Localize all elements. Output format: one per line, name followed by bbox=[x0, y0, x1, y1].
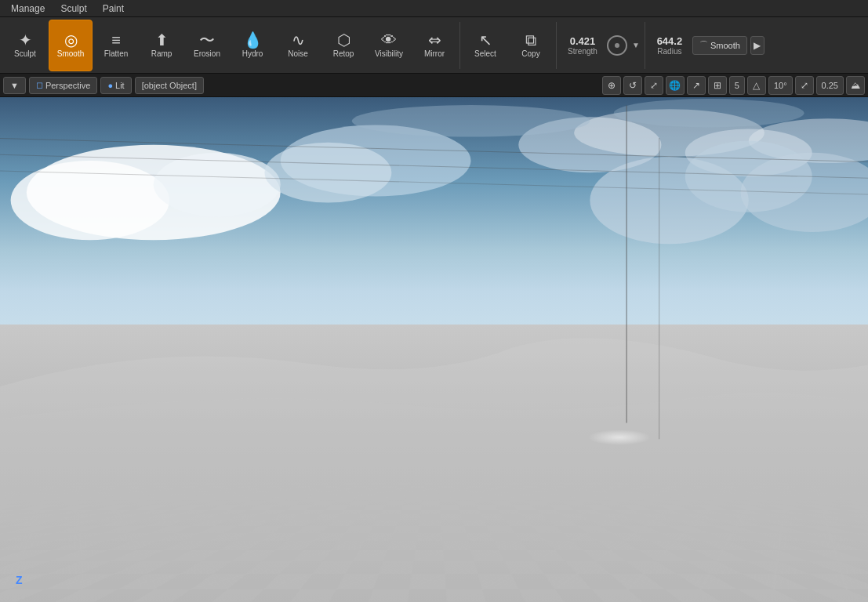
hydro-label: Hydro bbox=[242, 49, 263, 58]
tool-select[interactable]: ↖ Select bbox=[463, 20, 507, 71]
more-options-button[interactable]: ▶ bbox=[750, 36, 764, 55]
tool-mirror[interactable]: ⇔ Mirror bbox=[412, 20, 456, 71]
circle-brush-icon bbox=[605, 34, 629, 57]
circle-brush-group[interactable] bbox=[605, 34, 629, 57]
more-options-icon: ▶ bbox=[754, 40, 761, 51]
smooth-right-button[interactable]: ⌒ Smooth bbox=[692, 36, 747, 55]
viewport-dropdown-button[interactable]: ▼ bbox=[3, 77, 26, 94]
visibility-icon: 👁 bbox=[381, 32, 397, 48]
retop-label: Retop bbox=[333, 49, 354, 58]
tool-visibility[interactable]: 👁 Visibility bbox=[367, 20, 411, 71]
visibility-label: Visibility bbox=[375, 49, 403, 58]
tool-hydro[interactable]: 💧 Hydro bbox=[231, 20, 274, 71]
svg-point-6 bbox=[264, 143, 391, 203]
viewport-right-controls: ⊕ ↺ ⤢ 🌐 ↗ ⊞ 5 △ 10° bbox=[602, 76, 865, 95]
radius-label: Radius bbox=[657, 47, 681, 56]
brush-dropdown-arrow[interactable]: ▼ bbox=[632, 41, 640, 49]
tool-flatten[interactable]: ≡ Flatten bbox=[94, 20, 138, 71]
svg-point-4 bbox=[154, 153, 281, 216]
viewport-fit-button[interactable]: ⤢ bbox=[645, 76, 663, 95]
lit-icon: ● bbox=[107, 81, 113, 90]
mirror-label: Mirror bbox=[424, 49, 445, 58]
ramp-icon: ⬆ bbox=[155, 32, 169, 48]
viewport-move-button[interactable]: ⊕ bbox=[602, 76, 621, 95]
svg-point-3 bbox=[11, 161, 169, 240]
sculpt-label: Sculpt bbox=[14, 49, 36, 58]
ramp-label: Ramp bbox=[151, 49, 173, 58]
toolbar-separator-3 bbox=[645, 22, 645, 69]
tool-sculpt[interactable]: ✦ Sculpt bbox=[3, 20, 47, 71]
noise-icon: ∿ bbox=[292, 32, 305, 48]
perspective-button[interactable]: ◻ Perspective bbox=[29, 77, 97, 94]
viewport-grid-button[interactable]: ⊞ bbox=[708, 76, 727, 95]
smooth-right-label: Smooth bbox=[710, 41, 740, 50]
dune-svg bbox=[0, 325, 868, 602]
show-button[interactable]: [object Object] bbox=[135, 77, 204, 94]
toolbar-right-controls: 0.421 Strength ▼ 644.2 Radius ⌒ Smooth ▶ bbox=[563, 22, 865, 69]
copy-icon: ⧉ bbox=[525, 32, 536, 48]
flatten-icon: ≡ bbox=[111, 32, 121, 48]
tool-erosion[interactable]: 〜 Erosion bbox=[185, 20, 229, 71]
radius-control[interactable]: 644.2 Radius bbox=[650, 35, 689, 56]
z-axis-label: Z bbox=[16, 574, 23, 586]
z-axis-indicator: Z bbox=[16, 574, 23, 586]
tool-noise[interactable]: ∿ Noise bbox=[276, 20, 320, 71]
expand-button[interactable]: ⤢ bbox=[795, 76, 814, 95]
sculpt-icon: ✦ bbox=[19, 32, 32, 48]
triangle-icon: △ bbox=[753, 80, 760, 91]
viewport-rotate-button[interactable]: ↺ bbox=[623, 76, 642, 95]
noise-label: Noise bbox=[288, 49, 308, 58]
erosion-label: Erosion bbox=[194, 49, 220, 58]
viewport-globe-button[interactable]: 🌐 bbox=[666, 76, 685, 95]
toolbar-separator-2 bbox=[556, 22, 557, 69]
strength-control[interactable]: 0.421 Strength bbox=[563, 35, 602, 56]
smooth-label: Smooth bbox=[57, 49, 84, 58]
menu-bar: Manage Sculpt Paint bbox=[0, 0, 868, 17]
strength-value: 0.421 bbox=[570, 35, 596, 47]
viewport-header: ▼ ◻ Perspective ● Lit [object Object] ⊕ … bbox=[0, 74, 868, 97]
polygon-count-button[interactable]: 5 bbox=[729, 76, 745, 95]
svg-point-12 bbox=[614, 99, 804, 127]
tool-ramp[interactable]: ⬆ Ramp bbox=[140, 20, 183, 71]
move-icon: ⊕ bbox=[608, 80, 616, 91]
lit-button[interactable]: ● Lit bbox=[100, 77, 131, 94]
snap-value-button[interactable]: 0.25 bbox=[816, 76, 844, 95]
hydro-icon: 💧 bbox=[243, 32, 263, 48]
flatten-label: Flatten bbox=[104, 49, 129, 58]
tool-copy[interactable]: ⧉ Copy bbox=[509, 20, 553, 71]
smooth-right-icon: ⌒ bbox=[699, 39, 708, 51]
tool-smooth[interactable]: ◎ Smooth bbox=[49, 20, 93, 71]
angle-value: 10° bbox=[774, 81, 787, 90]
smooth-icon: ◎ bbox=[64, 32, 78, 48]
mirror-icon: ⇔ bbox=[428, 32, 441, 48]
menu-manage[interactable]: Manage bbox=[3, 2, 53, 16]
show-label: [object Object] bbox=[142, 81, 197, 90]
grid-icon: ⊞ bbox=[714, 80, 721, 91]
expand-icon: ⤢ bbox=[801, 80, 808, 91]
radius-value: 644.2 bbox=[657, 35, 683, 47]
main-area: ▼ ◻ Perspective ● Lit [object Object] ⊕ … bbox=[0, 74, 868, 602]
perspective-icon: ◻ bbox=[36, 80, 43, 90]
svg-point-1 bbox=[615, 43, 619, 48]
toolbar: ✦ Sculpt ◎ Smooth ≡ Flatten ⬆ Ramp 〜 Ero… bbox=[0, 17, 868, 74]
select-icon: ↖ bbox=[479, 32, 492, 48]
snap-value: 0.25 bbox=[822, 81, 838, 90]
fit-icon: ⤢ bbox=[650, 80, 658, 91]
menu-paint[interactable]: Paint bbox=[95, 2, 132, 16]
triangle-button[interactable]: △ bbox=[747, 76, 766, 95]
terrain-ground bbox=[0, 325, 868, 602]
select-label: Select bbox=[474, 49, 496, 58]
viewport-cursor-button[interactable]: ↗ bbox=[687, 76, 706, 95]
menu-sculpt[interactable]: Sculpt bbox=[53, 2, 94, 16]
svg-point-11 bbox=[352, 105, 590, 136]
viewport-dropdown-arrow: ▼ bbox=[10, 81, 19, 90]
retop-icon: ⬡ bbox=[337, 32, 350, 48]
perspective-label: Perspective bbox=[45, 81, 90, 90]
angle-value-button[interactable]: 10° bbox=[768, 76, 793, 95]
3d-viewport[interactable]: Z bbox=[0, 97, 868, 602]
rotate-icon: ↺ bbox=[629, 80, 637, 91]
lit-label: Lit bbox=[115, 81, 125, 90]
landscape-button[interactable]: ⛰ bbox=[846, 76, 865, 95]
tool-retop[interactable]: ⬡ Retop bbox=[321, 20, 365, 71]
strength-label: Strength bbox=[568, 47, 597, 56]
